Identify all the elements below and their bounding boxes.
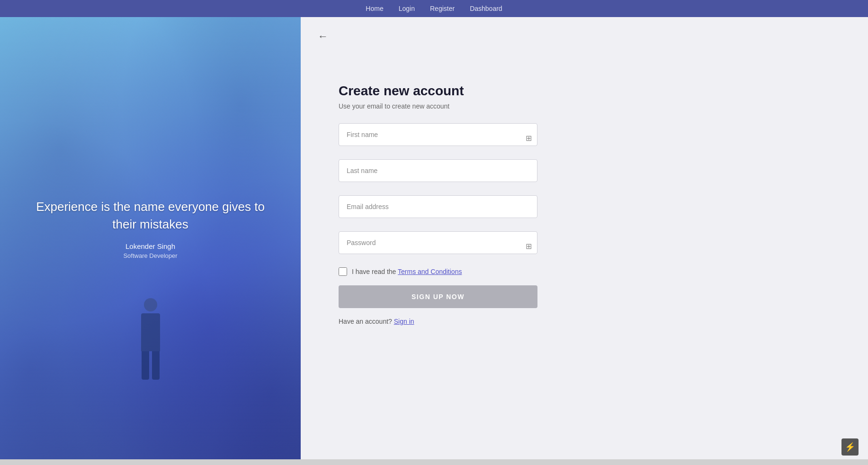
right-panel: ← Create new account Use your email to c…	[301, 17, 868, 459]
nav-dashboard[interactable]: Dashboard	[470, 5, 502, 12]
first-name-input[interactable]	[339, 123, 537, 146]
author-name: Lokender Singh	[28, 242, 272, 250]
form-subtitle: Use your email to create new account	[339, 102, 449, 110]
terms-label: I have read the Terms and Conditions	[352, 268, 462, 275]
last-name-input[interactable]	[339, 159, 537, 182]
scroll-bar[interactable]	[0, 459, 868, 465]
terms-checkbox[interactable]	[339, 267, 347, 276]
password-icon: ⊞	[526, 242, 532, 251]
form-container: Create new account Use your email to cre…	[301, 83, 632, 325]
password-input[interactable]	[339, 231, 537, 254]
signin-link[interactable]: Sign in	[394, 318, 414, 325]
author-title: Software Developer	[28, 252, 272, 259]
email-wrapper	[339, 195, 537, 225]
nav-register[interactable]: Register	[430, 5, 455, 12]
nav-login[interactable]: Login	[399, 5, 415, 12]
lightning-icon[interactable]: ⚡	[841, 438, 859, 456]
form-title: Create new account	[339, 83, 464, 99]
last-name-wrapper	[339, 159, 537, 189]
password-wrapper: ⊞	[339, 231, 537, 261]
left-panel: Experience is the name everyone gives to…	[0, 17, 301, 459]
nav-home[interactable]: Home	[366, 5, 383, 12]
terms-row: I have read the Terms and Conditions	[339, 267, 537, 276]
main-content: Experience is the name everyone gives to…	[0, 17, 868, 459]
navbar: Home Login Register Dashboard	[0, 0, 868, 17]
back-button[interactable]: ←	[314, 28, 332, 45]
first-name-icon: ⊞	[526, 134, 532, 143]
terms-link[interactable]: Terms and Conditions	[398, 268, 462, 275]
signin-row: Have an account? Sign in	[339, 318, 414, 325]
signup-button[interactable]: SIGN UP NOW	[339, 285, 537, 308]
first-name-wrapper: ⊞	[339, 123, 537, 153]
email-input[interactable]	[339, 195, 537, 218]
quote-container: Experience is the name everyone gives to…	[0, 198, 301, 259]
quote-text: Experience is the name everyone gives to…	[28, 198, 272, 233]
person-figure	[132, 298, 170, 393]
